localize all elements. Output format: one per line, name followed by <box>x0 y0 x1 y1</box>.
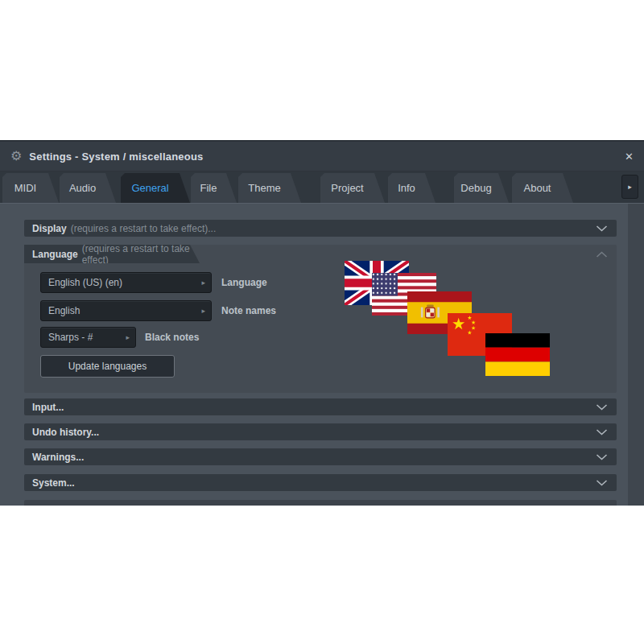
black-notes-label: Black notes <box>145 327 199 348</box>
dropdown-value: English <box>48 305 80 316</box>
dropdown-value: English (US) (en) <box>48 277 122 288</box>
tab-project[interactable]: Project <box>320 173 385 203</box>
tab-midi[interactable]: MIDI <box>2 173 59 203</box>
section-input[interactable]: Input... <box>24 398 617 415</box>
update-languages-button[interactable]: Update languages <box>40 355 175 378</box>
section-display[interactable]: Display (requires a restart to take effe… <box>24 220 617 237</box>
window-title: Settings - System / miscellaneous <box>29 151 203 163</box>
section-title: Warnings... <box>32 452 84 463</box>
tab-file[interactable]: File <box>191 173 237 203</box>
section-title: System... <box>32 477 75 489</box>
section-note: (requires a restart to take effect)... <box>71 223 217 234</box>
germany-flag-icon <box>485 333 550 376</box>
chevron-up-icon[interactable] <box>596 251 608 258</box>
note-names-dropdown[interactable]: English ▸ <box>40 300 212 321</box>
section-title: Undo history... <box>32 427 99 438</box>
language-label: Language <box>221 272 267 293</box>
chevron-down-icon <box>596 403 608 411</box>
tab-debug[interactable]: Debug <box>454 173 509 203</box>
tab-label: Info <box>398 182 415 194</box>
tab-bar: MIDI Audio General File Theme Project In… <box>0 171 644 203</box>
tab-theme[interactable]: Theme <box>238 173 301 203</box>
tab-label: File <box>200 182 217 194</box>
section-bar-partial[interactable] <box>24 500 617 506</box>
arrow-right-icon: ▸ <box>628 183 632 191</box>
language-dropdown[interactable]: English (US) (en) ▸ <box>40 272 212 293</box>
section-system[interactable]: System... <box>24 474 617 491</box>
scrollbar-track[interactable] <box>628 204 644 506</box>
title-bar: ⚙ Settings - System / miscellaneous ✕ <box>0 140 644 171</box>
tab-label: General <box>131 182 168 194</box>
tab-about[interactable]: About <box>512 173 573 203</box>
settings-dialog: ⚙ Settings - System / miscellaneous ✕ MI… <box>0 140 644 506</box>
gear-icon: ⚙ <box>10 150 22 163</box>
chevron-down-icon <box>596 225 608 232</box>
chevron-down-icon <box>596 428 608 436</box>
note-names-label: Note names <box>221 300 276 321</box>
section-title: Language <box>32 249 78 260</box>
section-note: (requires a restart to take effect) <box>82 243 200 266</box>
tab-label: About <box>524 182 551 194</box>
tab-label: Theme <box>248 182 280 194</box>
arrow-right-icon: ▸ <box>201 279 205 287</box>
tab-info[interactable]: Info <box>388 173 436 203</box>
section-warnings[interactable]: Warnings... <box>24 448 617 465</box>
black-notes-dropdown[interactable]: Sharps - # ▸ <box>40 327 136 348</box>
section-title: Display <box>32 223 67 234</box>
tab-overflow-button[interactable]: ▸ <box>621 175 638 199</box>
section-undo-history[interactable]: Undo history... <box>24 423 617 440</box>
dropdown-value: Sharps - # <box>48 332 93 343</box>
chevron-down-icon <box>596 453 608 460</box>
close-icon[interactable]: ✕ <box>625 142 634 171</box>
section-language-header[interactable]: Language (requires a restart to take eff… <box>24 245 200 263</box>
arrow-right-icon: ▸ <box>126 333 130 341</box>
section-title: Input... <box>32 402 64 413</box>
section-language-panel: Language (requires a restart to take eff… <box>24 245 617 393</box>
tab-general[interactable]: General <box>121 173 190 203</box>
arrow-right-icon: ▸ <box>201 307 205 315</box>
tab-label: Audio <box>69 182 96 194</box>
settings-body: Display (requires a restart to take effe… <box>0 203 644 506</box>
tab-label: Debug <box>460 182 491 194</box>
tab-audio[interactable]: Audio <box>60 173 116 203</box>
tab-label: MIDI <box>14 182 36 194</box>
tab-label: Project <box>331 182 363 194</box>
chevron-down-icon <box>596 479 608 486</box>
